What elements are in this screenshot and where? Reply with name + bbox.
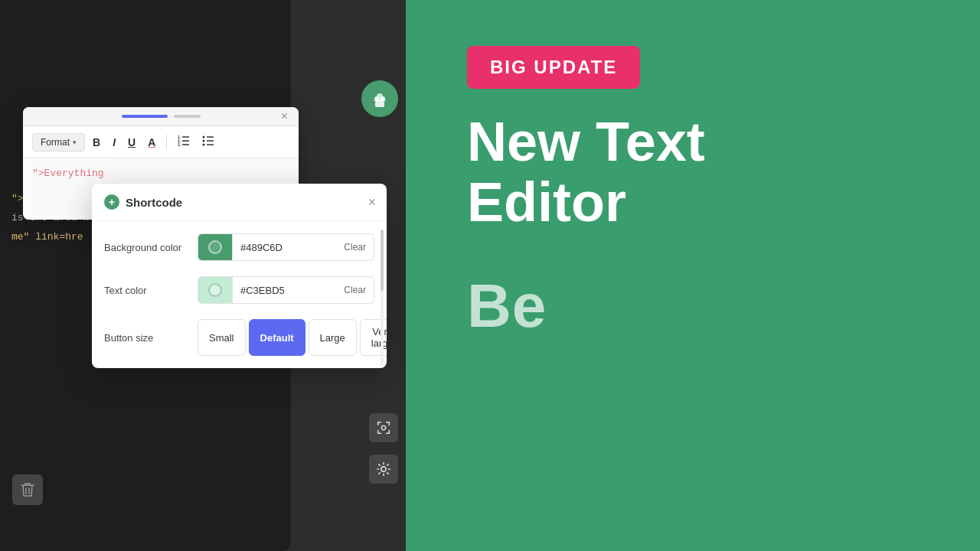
button-size-row: Button size Small Default Large Very lar… xyxy=(104,319,374,356)
svg-point-8 xyxy=(203,144,205,146)
side-icons-bottom xyxy=(369,413,398,490)
swatch-inner-icon xyxy=(208,240,222,254)
editor-close-button[interactable]: × xyxy=(281,110,288,122)
svg-point-6 xyxy=(203,136,205,139)
text-color-swatch-wrapper: #C3EBD5 Clear xyxy=(198,276,374,304)
editor-toolbar: Format ▾ B I U A 1. 2. 3. xyxy=(23,126,299,158)
right-panel: BIG UPDATE New Text Editor Be xyxy=(406,0,980,551)
text-color-value: #C3EBD5 Clear xyxy=(233,276,374,304)
left-panel: ">Everything is the area w me" link=hre … xyxy=(0,0,406,551)
text-color-label: Text color xyxy=(104,285,188,296)
format-label: Format xyxy=(41,137,70,148)
background-color-swatch[interactable] xyxy=(198,233,233,261)
cupcake-svg xyxy=(369,88,390,109)
modal-close-button[interactable]: × xyxy=(368,195,376,209)
trash-button[interactable] xyxy=(12,474,43,505)
background-color-label: Background color xyxy=(104,242,188,253)
svg-point-14 xyxy=(374,96,379,101)
text-color-row: Text color #C3EBD5 Clear xyxy=(104,276,374,304)
trash-icon xyxy=(21,482,34,497)
modal-header: + Shortcode × xyxy=(92,184,387,221)
background-color-hex: #489C6D xyxy=(240,242,283,253)
modal-body: Background color #489C6D Clear Text colo… xyxy=(92,221,387,368)
svg-point-15 xyxy=(381,96,385,101)
big-update-badge: BIG UPDATE xyxy=(467,46,640,89)
unordered-list-button[interactable] xyxy=(198,132,219,152)
settings-icon xyxy=(376,461,391,477)
main-heading-line1: New Text xyxy=(467,112,934,172)
cupcake-icon-container xyxy=(361,80,398,117)
size-button-group: Small Default Large Very large xyxy=(198,319,387,356)
main-heading: New Text Editor xyxy=(467,112,934,233)
text-color-button[interactable]: A xyxy=(143,133,160,152)
svg-point-7 xyxy=(203,140,205,142)
titlebar-tab-active[interactable] xyxy=(122,115,168,118)
background-color-row: Background color #489C6D Clear xyxy=(104,233,374,261)
ordered-list-button[interactable]: 1. 2. 3. xyxy=(173,132,194,152)
button-size-label: Button size xyxy=(104,332,188,344)
scan-icon-button[interactable] xyxy=(369,413,398,442)
cupcake-icon[interactable] xyxy=(361,80,398,117)
titlebar-tab-inactive[interactable] xyxy=(174,115,201,118)
code-line-3: me" link=hre xyxy=(11,230,89,246)
size-default-button[interactable]: Default xyxy=(249,319,305,356)
editor-titlebar: × xyxy=(23,107,299,126)
size-large-button[interactable]: Large xyxy=(309,319,357,356)
text-swatch-inner-icon xyxy=(208,283,222,297)
format-dropdown[interactable]: Format ▾ xyxy=(32,133,85,152)
sub-heading: Be xyxy=(467,271,934,341)
editor-content-text: ">Everything xyxy=(32,168,104,179)
text-color-swatch[interactable] xyxy=(198,276,233,304)
svg-point-21 xyxy=(381,425,385,429)
text-clear-button[interactable]: Clear xyxy=(336,285,374,295)
underline-button[interactable]: U xyxy=(123,133,140,152)
shortcode-modal: + Shortcode × Background color #489C6D C… xyxy=(92,184,387,368)
main-heading-line2: Editor xyxy=(467,172,934,233)
svg-text:3.: 3. xyxy=(178,142,181,146)
text-color-hex: #C3EBD5 xyxy=(240,285,285,296)
modal-scrollbar-thumb xyxy=(381,230,384,291)
modal-scrollbar[interactable] xyxy=(381,230,384,365)
background-color-value: #489C6D Clear xyxy=(233,233,374,261)
toolbar-divider xyxy=(166,135,167,150)
svg-point-22 xyxy=(381,467,386,471)
scan-icon xyxy=(376,420,391,435)
settings-icon-button[interactable] xyxy=(369,455,398,484)
modal-title: Shortcode xyxy=(126,196,182,209)
plus-icon: + xyxy=(104,194,119,210)
background-color-swatch-wrapper: #489C6D Clear xyxy=(198,233,374,261)
format-chevron: ▾ xyxy=(73,139,77,146)
background-clear-button[interactable]: Clear xyxy=(336,242,374,253)
bold-button[interactable]: B xyxy=(88,133,105,152)
size-small-button[interactable]: Small xyxy=(198,319,246,356)
italic-button[interactable]: I xyxy=(108,133,120,152)
